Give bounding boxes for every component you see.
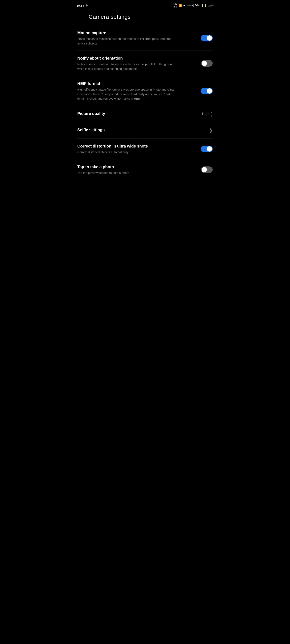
heif-format-content: HEIF format High efficiency image file f…	[77, 81, 198, 101]
heif-format-control	[201, 88, 213, 94]
tap-to-take-title: Tap to take a photo	[77, 164, 198, 170]
battery-percent: 26%	[208, 4, 213, 7]
page-title: Camera settings	[89, 14, 131, 20]
settings-list: Motion capture Track motion to minimise …	[73, 25, 217, 180]
correct-distortion-desc: Correct distorted objects automatically	[77, 150, 174, 154]
picture-quality-value-group: High ∧ ∨	[202, 111, 213, 117]
correct-distortion-toggle[interactable]	[201, 146, 213, 152]
correct-distortion-title: Correct distortion in ultra wide shots	[77, 144, 198, 149]
picture-quality-title: Picture quality	[77, 111, 199, 116]
header: ← Camera settings	[73, 10, 217, 25]
tap-to-take-toggle-knob	[202, 167, 207, 172]
tap-to-take-toggle[interactable]	[201, 166, 213, 173]
signal-icon: ▐	[201, 4, 203, 7]
selfie-settings-title: Selfie settings	[77, 127, 206, 132]
motion-capture-control	[201, 35, 213, 41]
data-speed: 8.17KB/s	[173, 3, 177, 8]
correct-distortion-toggle-knob	[207, 146, 212, 152]
heif-format-item[interactable]: HEIF format High efficiency image file f…	[77, 76, 213, 106]
motion-capture-toggle-knob	[207, 36, 212, 41]
selfie-settings-item[interactable]: Selfie settings ❯	[77, 122, 213, 138]
picture-quality-item[interactable]: Picture quality High ∧ ∨	[77, 106, 213, 122]
heif-format-toggle[interactable]	[201, 88, 213, 94]
heif-format-title: HEIF format	[77, 81, 198, 86]
notify-orientation-desc: Notify about current orientation when th…	[77, 62, 174, 71]
notify-orientation-content: Notify about orientation Notify about cu…	[77, 56, 198, 71]
back-button[interactable]: ←	[77, 13, 85, 20]
tap-to-take-content: Tap to take a photo Tap the preview scre…	[77, 164, 198, 175]
volte-icon: VoNR	[187, 4, 194, 7]
tap-to-take-control	[201, 166, 213, 173]
selfie-settings-control: ❯	[209, 128, 213, 133]
gear-icon: ⚙	[85, 4, 88, 7]
status-bar: 19:34 ⚙ 8.17KB/s 📶 ★ VoNR 5G+ ▐ 🔋 26%	[73, 0, 217, 10]
motion-capture-desc: Track motion to minimise blur on the pho…	[77, 37, 174, 46]
status-left: 19:34 ⚙	[77, 4, 88, 7]
network-type: 5G+	[195, 4, 200, 7]
chevron-right-icon: ❯	[209, 128, 213, 133]
heif-format-desc: High efficiency image file format saves …	[77, 87, 174, 101]
correct-distortion-item[interactable]: Correct distortion in ultra wide shots C…	[77, 139, 213, 160]
battery-icon: 🔋	[204, 4, 207, 7]
status-right: 8.17KB/s 📶 ★ VoNR 5G+ ▐ 🔋 26%	[173, 3, 213, 8]
notify-orientation-toggle-knob	[202, 61, 207, 66]
motion-capture-content: Motion capture Track motion to minimise …	[77, 30, 198, 46]
motion-capture-toggle[interactable]	[201, 35, 213, 41]
motion-capture-item[interactable]: Motion capture Track motion to minimise …	[77, 25, 213, 50]
correct-distortion-control	[201, 146, 213, 152]
motion-capture-title: Motion capture	[77, 30, 198, 36]
bluetooth-icon: 📶	[178, 4, 182, 7]
selfie-settings-content: Selfie settings	[77, 127, 206, 134]
tap-to-take-desc: Tap the preview screen to take a photo	[77, 171, 174, 175]
notify-orientation-toggle[interactable]	[201, 60, 213, 66]
heif-format-toggle-knob	[207, 88, 212, 94]
picture-quality-value: High	[202, 112, 209, 116]
picture-quality-control: High ∧ ∨	[202, 111, 213, 117]
chevron-updown-icon: ∧ ∨	[211, 111, 213, 117]
picture-quality-content: Picture quality	[77, 111, 199, 117]
time-display: 19:34	[77, 4, 84, 7]
wifi-icon: ★	[183, 4, 185, 7]
correct-distortion-content: Correct distortion in ultra wide shots C…	[77, 144, 198, 154]
tap-to-take-item[interactable]: Tap to take a photo Tap the preview scre…	[77, 160, 213, 180]
notify-orientation-control	[201, 60, 213, 66]
notify-orientation-item[interactable]: Notify about orientation Notify about cu…	[77, 51, 213, 76]
notify-orientation-title: Notify about orientation	[77, 56, 198, 61]
